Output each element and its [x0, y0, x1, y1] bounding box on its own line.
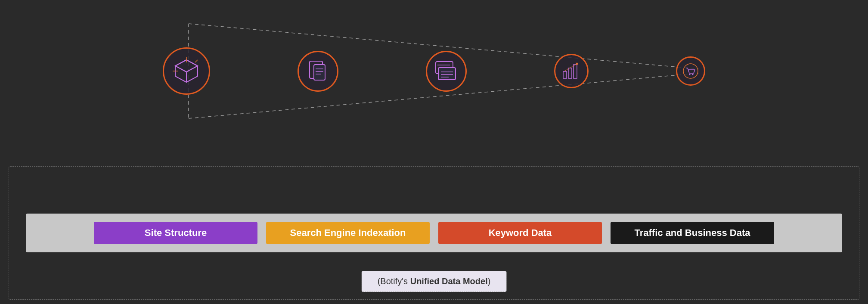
svg-line-10 — [195, 60, 198, 62]
svg-rect-12 — [314, 65, 325, 80]
content-icon — [426, 51, 467, 92]
caption-box: (Botify's Unified Data Model) — [362, 271, 507, 292]
cart-icon — [676, 56, 705, 86]
svg-point-26 — [683, 64, 698, 78]
caption-prefix: (Botify's — [378, 276, 410, 286]
icons-row — [154, 47, 714, 95]
chart-icon — [554, 54, 589, 88]
search-engine-indexation-pill: Search Engine Indexation — [266, 222, 430, 244]
data-band: Site Structure Search Engine Indexation … — [26, 214, 842, 252]
svg-line-7 — [186, 66, 198, 72]
site-structure-pill: Site Structure — [94, 222, 257, 244]
svg-rect-17 — [438, 68, 456, 80]
svg-point-27 — [689, 74, 691, 75]
svg-rect-24 — [574, 65, 577, 78]
traffic-business-data-pill: Traffic and Business Data — [611, 222, 774, 244]
mobile-pages-icon — [298, 51, 338, 92]
caption-suffix: ) — [488, 276, 491, 286]
svg-rect-23 — [568, 68, 572, 78]
svg-point-28 — [692, 74, 694, 75]
cube-icon — [163, 47, 210, 95]
svg-point-25 — [576, 63, 578, 65]
svg-rect-22 — [563, 71, 567, 78]
funnel-wrapper — [154, 11, 714, 131]
funnel-section — [0, 0, 868, 142]
keyword-data-pill: Keyword Data — [438, 222, 602, 244]
caption-bold: Unified Data Model — [410, 276, 488, 286]
